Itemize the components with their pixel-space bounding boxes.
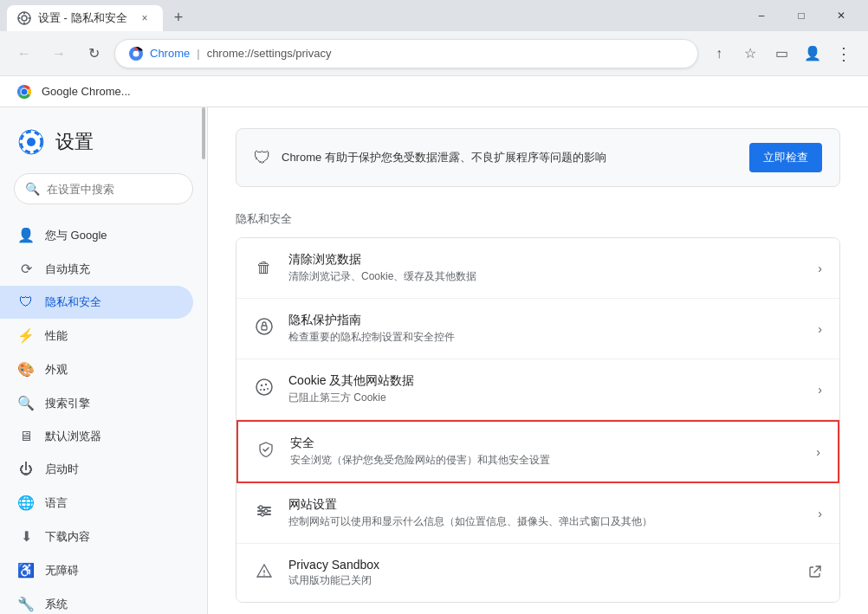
clear-browsing-item[interactable]: 🗑 清除浏览数据 清除浏览记录、Cookie、缓存及其他数据 ›: [236, 238, 839, 299]
sidebar-item-google[interactable]: 👤 您与 Google: [0, 218, 193, 252]
site-settings-arrow: ›: [818, 507, 822, 520]
address-bar[interactable]: Chrome | chrome://settings/privacy: [114, 39, 698, 68]
security-content: 安全 安全浏览（保护您免受危险网站的侵害）和其他安全设置: [290, 436, 802, 468]
share-button[interactable]: ↑: [705, 40, 733, 68]
sidebar-button[interactable]: ▭: [768, 40, 795, 68]
browser-icon: 🖥: [17, 429, 35, 444]
sidebar-item-privacy[interactable]: 🛡 隐私和安全: [0, 286, 193, 319]
clear-browsing-title: 清除浏览数据: [288, 252, 804, 268]
sidebar-item-downloads[interactable]: ⬇ 下载内容: [0, 520, 193, 553]
cookies-subtitle: 已阻止第三方 Cookie: [288, 391, 804, 405]
svg-point-17: [256, 379, 272, 395]
maximize-button[interactable]: □: [781, 0, 821, 31]
startup-icon: ⏻: [17, 462, 35, 477]
chrome-header-title: Google Chrome...: [42, 85, 131, 98]
security-arrow: ›: [816, 445, 820, 459]
sidebar: 设置 🔍 👤 您与 Google ⟳ 自动填充 🛡 隐私和安全 ⚡ 性能 🎨 外…: [0, 107, 208, 614]
accessibility-icon: ♿: [17, 562, 35, 578]
profile-button[interactable]: 👤: [799, 40, 826, 68]
site-settings-item[interactable]: 网站设置 控制网站可以使用和显示什么信息（如位置信息、摄像头、弹出式窗口及其他）…: [236, 483, 839, 544]
sidebar-item-label: 您与 Google: [45, 228, 107, 243]
trash-icon: 🗑: [254, 259, 275, 277]
sidebar-item-label: 默认浏览器: [45, 429, 101, 444]
privacy-guide-arrow: ›: [818, 322, 822, 336]
bookmark-button[interactable]: ☆: [736, 40, 764, 68]
sidebar-item-label: 下载内容: [45, 529, 90, 545]
privacy-sandbox-item[interactable]: Privacy Sandbox 试用版功能已关闭: [236, 544, 839, 602]
equalizer-icon: [256, 502, 273, 520]
sidebar-item-label: 性能: [45, 328, 68, 344]
close-button[interactable]: ✕: [821, 0, 861, 31]
privacy-sandbox-title: Privacy Sandbox: [288, 558, 794, 572]
chrome-logo-small: [129, 47, 143, 61]
cookie-svg-icon: [256, 378, 273, 396]
sidebar-item-label: 系统: [45, 597, 68, 612]
sidebar-item-language[interactable]: 🌐 语言: [0, 486, 193, 520]
language-icon: 🌐: [17, 494, 35, 511]
sidebar-item-search[interactable]: 🔍 搜索引擎: [0, 386, 193, 420]
shield-filled-icon: [257, 441, 275, 458]
sidebar-item-appearance[interactable]: 🎨 外观: [0, 352, 193, 386]
clear-browsing-subtitle: 清除浏览记录、Cookie、缓存及其他数据: [288, 269, 804, 284]
sidebar-item-system[interactable]: 🔧 系统: [0, 587, 193, 614]
sidebar-item-label: 搜索引擎: [45, 396, 90, 411]
sandbox-icon: [254, 562, 275, 584]
clear-browsing-content: 清除浏览数据 清除浏览记录、Cookie、缓存及其他数据: [288, 252, 804, 284]
site-settings-title: 网站设置: [288, 497, 804, 513]
privacy-guide-item[interactable]: 隐私保护指南 检查重要的隐私控制设置和安全控件 ›: [236, 299, 839, 359]
svg-point-1: [22, 16, 27, 21]
search-input[interactable]: [47, 183, 192, 196]
svg-point-30: [263, 574, 265, 576]
forward-button[interactable]: →: [45, 40, 73, 68]
minimize-button[interactable]: –: [742, 0, 781, 31]
privacy-sandbox-content: Privacy Sandbox 试用版功能已关闭: [288, 558, 794, 588]
download-icon: ⬇: [17, 528, 35, 545]
tab-close-button[interactable]: ×: [137, 10, 152, 26]
addressbar: ← → ↻ Chrome | chrome://settings/privacy…: [0, 31, 868, 76]
settings-logo: [17, 128, 45, 156]
sidebar-item-startup[interactable]: ⏻ 启动时: [0, 453, 193, 486]
svg-point-10: [22, 88, 28, 94]
svg-rect-29: [263, 570, 264, 573]
security-title: 安全: [290, 436, 802, 451]
security-banner: 🛡 Chrome 有助于保护您免受数据泄露、不良扩展程序等问题的影响 立即检查: [236, 128, 840, 187]
check-now-button[interactable]: 立即检查: [749, 143, 822, 172]
back-button[interactable]: ←: [10, 40, 38, 68]
menu-button[interactable]: ⋮: [830, 40, 858, 68]
system-icon: 🔧: [17, 596, 35, 612]
clear-browsing-arrow: ›: [818, 262, 822, 275]
sidebar-item-label: 语言: [45, 495, 68, 511]
svg-point-18: [261, 385, 262, 386]
autofill-icon: ⟳: [17, 261, 35, 277]
shield-icon: 🛡: [17, 294, 35, 310]
settings-list: 🗑 清除浏览数据 清除浏览记录、Cookie、缓存及其他数据 ›: [236, 237, 840, 603]
refresh-button[interactable]: ↻: [80, 40, 107, 68]
sidebar-item-accessibility[interactable]: ♿ 无障碍: [0, 553, 193, 587]
security-item[interactable]: 安全 安全浏览（保护您免受危险网站的侵害）和其他安全设置 ›: [236, 420, 839, 483]
svg-rect-3: [23, 23, 25, 25]
sidebar-item-browser[interactable]: 🖥 默认浏览器: [0, 420, 193, 453]
svg-point-20: [263, 389, 265, 391]
banner-text: Chrome 有助于保护您免受数据泄露、不良扩展程序等问题的影响: [282, 150, 606, 165]
active-tab[interactable]: 设置 - 隐私和安全 ×: [7, 5, 163, 31]
banner-left: 🛡 Chrome 有助于保护您免受数据泄露、不良扩展程序等问题的影响: [254, 148, 606, 168]
new-tab-button[interactable]: +: [166, 5, 191, 29]
sidebar-item-performance[interactable]: ⚡ 性能: [0, 319, 193, 352]
cookies-arrow: ›: [818, 383, 822, 397]
warning-icon: [256, 562, 273, 579]
url-chrome-label: Chrome: [150, 47, 190, 60]
person-icon: 👤: [17, 227, 35, 243]
security-subtitle: 安全浏览（保护您免受危险网站的侵害）和其他安全设置: [290, 453, 802, 468]
toolbar-right: ↑ ☆ ▭ 👤 ⋮: [705, 40, 858, 68]
sidebar-item-autofill[interactable]: ⟳ 自动填充: [0, 252, 193, 286]
cookies-item[interactable]: Cookie 及其他网站数据 已阻止第三方 Cookie ›: [236, 359, 839, 420]
sidebar-scrollbar[interactable]: [202, 107, 205, 159]
privacy-guide-icon: [254, 318, 275, 339]
section-title: 隐私和安全: [236, 211, 840, 227]
svg-point-13: [27, 138, 36, 146]
site-settings-content: 网站设置 控制网站可以使用和显示什么信息（如位置信息、摄像头、弹出式窗口及其他）: [288, 497, 804, 529]
sidebar-search[interactable]: 🔍: [14, 173, 193, 204]
svg-point-7: [133, 50, 139, 56]
security-icon: [256, 441, 276, 462]
tab-bar: 设置 - 隐私和安全 × +: [7, 0, 742, 31]
